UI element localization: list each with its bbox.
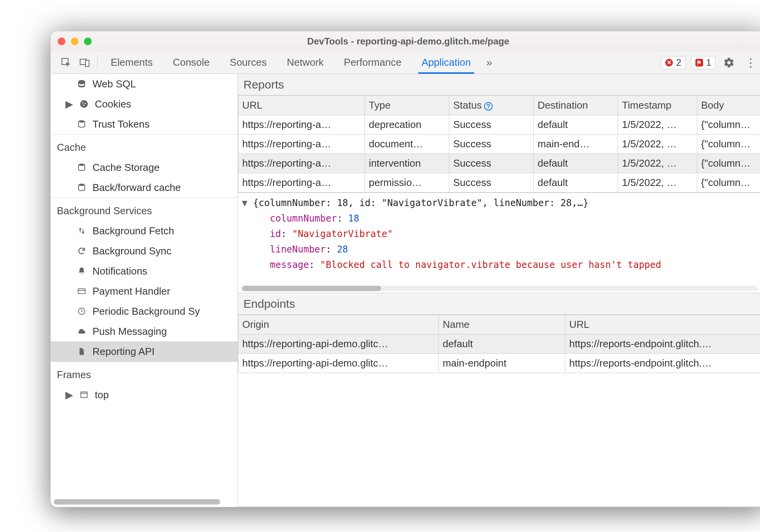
cell-ts: 1/5/2022, … xyxy=(618,173,697,193)
table-row[interactable]: https://reporting-a…permissio…Successdef… xyxy=(238,173,760,193)
sidebar-item-reporting-api[interactable]: Reporting API xyxy=(51,341,238,361)
errors-count: 2 xyxy=(676,57,681,68)
sidebar-item-bg-fetch[interactable]: Background Fetch xyxy=(51,221,238,241)
card-icon xyxy=(76,287,87,295)
endpoints-panel: Endpoints Origin Name URL https://report… xyxy=(238,293,760,507)
col-timestamp[interactable]: Timestamp xyxy=(618,96,697,115)
tab-console[interactable]: Console xyxy=(163,51,219,73)
cell-url: https://reports-endpoint.glitch.… xyxy=(565,354,760,373)
settings-icon[interactable] xyxy=(721,57,737,68)
sidebar-section-frames: Frames xyxy=(51,361,238,385)
close-window-button[interactable] xyxy=(58,38,65,45)
sidebar-item-payment-handler[interactable]: Payment Handler xyxy=(51,281,238,301)
issues-counter[interactable]: ⚑ 1 xyxy=(691,56,715,69)
errors-counter[interactable]: ✕ 2 xyxy=(661,56,685,69)
tab-sources[interactable]: Sources xyxy=(220,51,277,73)
table-row[interactable]: https://reporting-a…interventionSuccessd… xyxy=(238,154,760,173)
table-row[interactable]: https://reporting-a…document…Successmain… xyxy=(238,135,760,154)
database-icon xyxy=(76,163,87,172)
col-ep-url[interactable]: URL xyxy=(565,315,760,334)
inspect-element-icon[interactable] xyxy=(57,51,75,73)
devtools-toolbar: Elements Console Sources Network Perform… xyxy=(51,51,760,74)
col-name[interactable]: Name xyxy=(438,315,565,334)
sidebar-item-websql[interactable]: Web SQL xyxy=(51,74,238,94)
panel-tabs: Elements Console Sources Network Perform… xyxy=(101,51,481,73)
cell-url: https://reporting-a… xyxy=(238,115,365,135)
sidebar-item-push-messaging[interactable]: Push Messaging xyxy=(51,321,238,341)
reports-table: URL Type Status? Destination Timestamp B… xyxy=(238,95,760,193)
database-icon xyxy=(76,119,87,129)
cell-ts: 1/5/2022, … xyxy=(618,154,697,173)
detail-summary: {columnNumber: 18, id: "NavigatorVibrate… xyxy=(253,198,589,208)
window-title: DevTools - reporting-api-demo.glitch.me/… xyxy=(51,36,760,47)
col-body[interactable]: Body xyxy=(697,96,760,115)
cell-origin: https://reporting-api-demo.glitc… xyxy=(238,354,439,373)
cell-type: deprecation xyxy=(365,115,449,135)
svg-point-10 xyxy=(79,184,85,186)
col-url[interactable]: URL xyxy=(238,96,365,115)
sidebar-item-label: Background Fetch xyxy=(92,225,174,237)
cell-body: {"column… xyxy=(697,115,760,135)
sidebar-item-label: Web SQL xyxy=(92,78,136,90)
tab-performance[interactable]: Performance xyxy=(334,51,412,73)
svg-rect-14 xyxy=(81,392,87,398)
kebab-menu-icon[interactable]: ⋮ xyxy=(743,56,759,69)
sidebar-item-cache-storage[interactable]: Cache Storage xyxy=(51,157,238,177)
sidebar-item-label: Background Sync xyxy=(92,245,171,257)
table-row[interactable]: https://reporting-a…deprecationSuccessde… xyxy=(238,115,760,135)
svg-point-7 xyxy=(83,104,84,106)
cell-url: https://reporting-a… xyxy=(238,173,365,193)
more-tabs-button[interactable]: » xyxy=(481,51,498,73)
device-toolbar-icon[interactable] xyxy=(75,51,94,73)
help-icon[interactable]: ? xyxy=(484,102,493,111)
cell-body: {"column… xyxy=(697,154,760,173)
bell-icon xyxy=(76,267,87,275)
clock-icon xyxy=(76,307,87,315)
cell-url: https://reporting-a… xyxy=(238,135,365,154)
svg-rect-2 xyxy=(86,60,89,66)
detail-horizontal-scrollbar[interactable] xyxy=(242,286,758,291)
tab-network[interactable]: Network xyxy=(277,51,334,73)
report-body-viewer[interactable]: ▼ {columnNumber: 18, id: "NavigatorVibra… xyxy=(238,193,760,293)
cell-dest: default xyxy=(534,115,618,135)
sidebar-item-label: Cookies xyxy=(95,98,131,110)
sidebar-item-bg-sync[interactable]: Background Sync xyxy=(51,241,238,261)
sidebar-item-label: Push Messaging xyxy=(92,326,167,338)
sync-icon xyxy=(76,247,87,255)
tab-elements[interactable]: Elements xyxy=(101,51,163,73)
table-row[interactable]: https://reporting-api-demo.glitc…default… xyxy=(238,334,760,354)
reports-header-row: URL Type Status? Destination Timestamp B… xyxy=(238,96,760,115)
sidebar-item-notifications[interactable]: Notifications xyxy=(51,261,238,281)
sidebar-item-trust-tokens[interactable]: Trust Tokens xyxy=(51,114,238,134)
endpoints-panel-title: Endpoints xyxy=(238,293,760,315)
col-origin[interactable]: Origin xyxy=(238,315,439,334)
svg-point-8 xyxy=(79,120,85,123)
cell-url: https://reports-endpoint.glitch.… xyxy=(565,334,760,354)
sidebar-item-cookies[interactable]: ▶ Cookies xyxy=(51,94,238,114)
main-panel: Reports URL Type Status? Destination Tim… xyxy=(238,74,760,507)
col-type[interactable]: Type xyxy=(365,96,449,115)
cell-dest: default xyxy=(534,154,618,173)
expand-arrow-icon[interactable]: ▶ xyxy=(65,389,73,401)
zoom-window-button[interactable] xyxy=(84,38,92,45)
sidebar-item-bfcache[interactable]: Back/forward cache xyxy=(51,177,238,198)
cell-name: main-endpoint xyxy=(438,354,565,373)
svg-point-6 xyxy=(84,103,86,104)
expand-arrow-icon[interactable]: ▶ xyxy=(65,98,73,110)
minimize-window-button[interactable] xyxy=(71,38,79,45)
col-status[interactable]: Status? xyxy=(449,96,534,115)
window-icon xyxy=(79,390,89,399)
table-row[interactable]: https://reporting-api-demo.glitc…main-en… xyxy=(238,354,760,373)
cell-type: intervention xyxy=(365,154,449,173)
col-destination[interactable]: Destination xyxy=(534,96,618,115)
file-icon xyxy=(76,347,87,356)
tab-application[interactable]: Application xyxy=(411,51,481,73)
sidebar-horizontal-scrollbar[interactable] xyxy=(54,499,235,505)
sidebar-item-periodic-bg-sync[interactable]: Periodic Background Sy xyxy=(51,301,238,321)
cell-body: {"column… xyxy=(697,135,760,154)
database-icon xyxy=(76,79,87,89)
sidebar-item-label: Trust Tokens xyxy=(92,118,149,130)
cell-type: document… xyxy=(365,135,449,154)
error-icon: ✕ xyxy=(665,59,673,66)
sidebar-item-frame-top[interactable]: ▶ top xyxy=(51,385,238,405)
